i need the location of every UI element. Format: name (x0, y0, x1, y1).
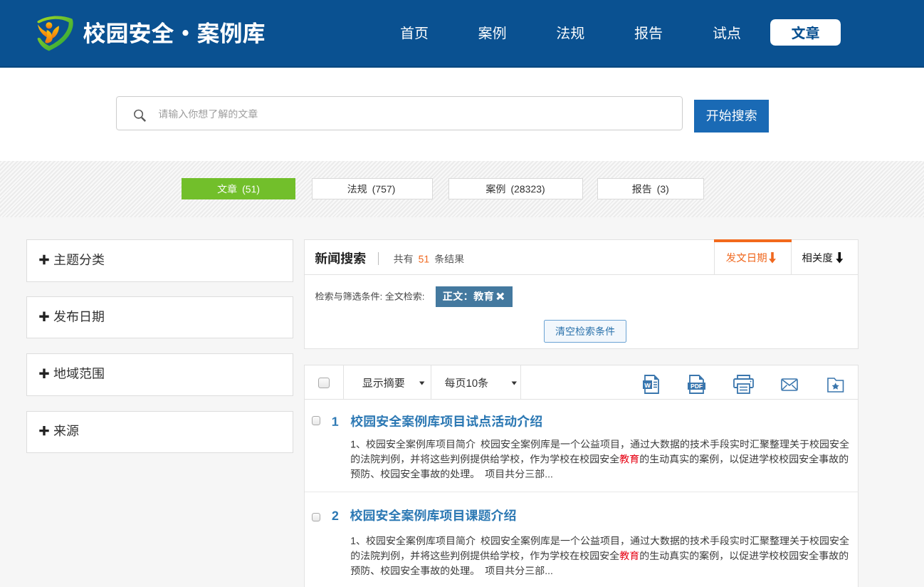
svg-text:W: W (644, 382, 651, 389)
svg-text:PDF: PDF (691, 383, 703, 390)
